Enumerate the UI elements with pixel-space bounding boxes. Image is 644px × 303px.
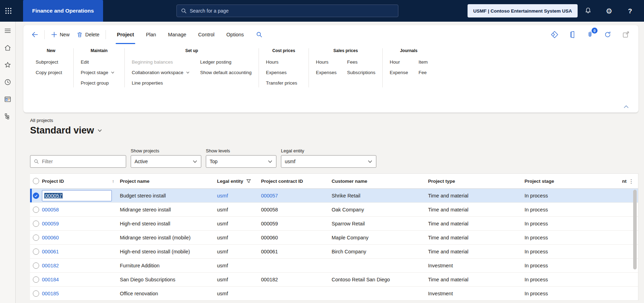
collapse-ribbon-button[interactable] [622,103,630,110]
new-button[interactable]: New [48,28,73,41]
ribbon-item-project-group[interactable]: Project group [81,78,115,88]
col-project-id[interactable]: Project ID [42,179,64,184]
show-projects-select[interactable]: Active [131,155,201,168]
table-row[interactable]: 000059High-end stereo installusmf000059S… [30,217,638,231]
tab-manage[interactable]: Manage [162,25,192,44]
refresh-button[interactable] [603,30,612,39]
tab-options[interactable]: Options [220,25,250,44]
col-int-truncated[interactable]: Int [622,179,627,184]
ribbon-item-fee[interactable]: Fee [419,67,428,78]
ribbon-item-expenses[interactable]: Expenses [316,67,337,78]
ribbon-item-copy-project[interactable]: Copy project [36,67,62,78]
settings-button[interactable]: ⚙ [599,0,620,22]
col-project-stage[interactable]: Project stage [524,179,554,184]
col-legal-entity[interactable]: Legal entity [217,179,243,184]
attachments-button[interactable]: 0 [586,30,594,39]
tab-project[interactable]: Project [111,25,140,44]
col-customer-name[interactable]: Customer name [332,179,367,184]
delete-button[interactable]: Delete [73,28,103,41]
row-checkbox[interactable] [33,207,39,213]
table-row[interactable]: 000185Office renovationusmfInvestmentIn … [30,287,638,301]
chevron-down-icon [193,159,197,164]
ribbon-item-fees[interactable]: Fees [347,57,375,67]
global-search[interactable] [176,5,398,17]
view-selector[interactable]: Standard view [30,125,102,136]
project-id-link[interactable]: 000182 [42,263,59,268]
search-icon [256,31,262,38]
project-id-input[interactable]: 000057 [42,190,112,201]
power-apps-button[interactable] [550,30,559,39]
ribbon-item-expense[interactable]: Expense [390,67,408,78]
row-checkbox[interactable] [33,235,39,241]
contract-id[interactable]: 000057 [261,193,278,199]
global-search-input[interactable] [190,8,394,14]
row-checkbox[interactable] [33,290,39,297]
project-id-link[interactable]: 000059 [42,221,59,226]
ribbon-item-ledger-posting[interactable]: Ledger posting [200,57,252,67]
ribbon-item-expenses[interactable]: Expenses [266,67,297,78]
group-divider [73,48,74,87]
open-in-new-window-button[interactable] [622,30,630,39]
project-id-link[interactable]: 000060 [42,235,59,240]
ribbon-item-transfer-prices[interactable]: Transfer prices [266,78,297,88]
ribbon-item-subscriptions[interactable]: Subscriptions [347,67,375,78]
row-checkbox[interactable] [33,193,39,199]
ribbon-item-line-properties[interactable]: Line properties [132,78,190,88]
project-id-link[interactable]: 000058 [42,207,59,212]
show-levels-select[interactable]: Top [206,155,276,168]
nav-hierarchy-button[interactable] [3,112,12,121]
col-project-name[interactable]: Project name [120,179,150,184]
ribbon-item-hours[interactable]: Hours [316,57,337,67]
action-pane-card: New Delete ProjectPlanManageControlOptio… [23,25,638,113]
col-project-contract-id[interactable]: Project contract ID [261,179,303,184]
nav-current-form-button[interactable] [3,95,12,103]
nav-favorites-button[interactable] [3,61,12,69]
select-all-checkbox[interactable] [33,178,39,184]
app-title-tab[interactable]: Finance and Operations [23,0,103,22]
app-launcher-button[interactable] [0,0,17,22]
row-checkbox[interactable] [33,248,39,255]
table-row[interactable]: 000061High-end stereo install (mobile)us… [30,245,638,259]
grid-filter[interactable] [30,155,126,168]
legal-entity-select[interactable]: usmf [281,155,376,168]
customer-name: Birch Company [332,249,366,254]
notifications-button[interactable] [578,0,599,22]
row-checkbox[interactable] [33,276,39,283]
ribbon-item-hour[interactable]: Hour [390,57,408,67]
ribbon-item-show-default-accounting[interactable]: Show default accounting [200,67,252,78]
nav-menu-button[interactable] [3,27,12,35]
kebab-menu-icon[interactable]: ⋮ [629,179,634,184]
chevron-down-icon [186,71,190,74]
ribbon-item-project-stage[interactable]: Project stage [81,67,115,78]
ribbon-item-item[interactable]: Item [419,57,428,67]
table-row[interactable]: 000058Midrange stereo installusmf000058O… [30,203,638,217]
table-row[interactable]: 000060Midrange stereo install (mobile)us… [30,231,638,245]
action-search-button[interactable] [253,28,265,41]
project-id-link[interactable]: 000184 [42,277,59,282]
table-row[interactable]: 000182Furniture AdditionusmfInvestmentIn… [30,259,638,273]
project-id-link[interactable]: 000185 [42,291,59,296]
tab-control[interactable]: Control [192,25,220,44]
ribbon-item-collaboration-workspace[interactable]: Collaboration workspace [132,67,190,78]
row-checkbox[interactable] [33,221,39,227]
project-id-link[interactable]: 000061 [42,249,59,254]
company-picker[interactable]: USMF | Contoso Entertainment System USA [468,4,578,17]
back-button[interactable] [28,28,42,41]
office-apps-button[interactable] [569,30,576,39]
help-button[interactable]: ? [620,0,641,22]
row-checkbox[interactable] [33,262,39,269]
ribbon-group-sales-prices: Sales pricesHoursExpensesFeesSubscriptio… [316,48,375,78]
legal-entity[interactable]: usmf [217,193,228,199]
ribbon-item-edit[interactable]: Edit [81,57,115,67]
table-row[interactable]: 000184San Diego Subscriptionsusmf000182C… [30,273,638,287]
scrollbar-thumb[interactable] [633,190,637,269]
grid-scrollbar[interactable] [633,190,637,269]
ribbon-item-hours[interactable]: Hours [266,57,297,67]
ribbon-item-subproject[interactable]: Subproject [36,57,62,67]
tab-plan[interactable]: Plan [140,25,162,44]
nav-home-button[interactable] [3,44,12,52]
table-row[interactable]: 000057Budget stereo installusmf000057Shr… [30,189,638,203]
nav-recent-button[interactable] [3,78,12,86]
col-project-type[interactable]: Project type [428,179,455,184]
filter-input[interactable] [42,159,122,164]
